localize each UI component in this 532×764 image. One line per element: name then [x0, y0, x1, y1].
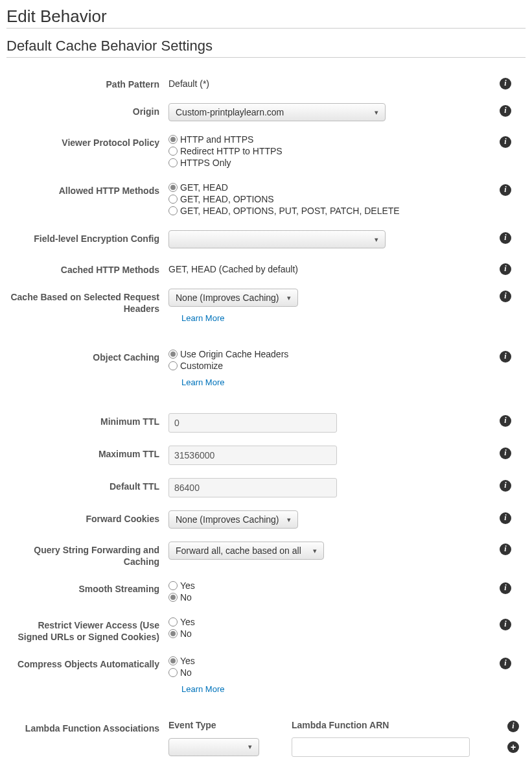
- value-cached-http-methods: GET, HEAD (Cached by default): [168, 261, 493, 274]
- section-title: Default Cache Behavior Settings: [6, 38, 526, 58]
- info-icon[interactable]: i: [500, 448, 511, 459]
- label-cache-based-headers: Cache Based on Selected Request Headers: [6, 289, 168, 315]
- info-icon[interactable]: i: [500, 351, 511, 363]
- radio-label: Yes: [180, 617, 195, 627]
- label-compress: Compress Objects Automatically: [6, 656, 168, 670]
- label-origin: Origin: [6, 103, 168, 117]
- radio-smooth-yes[interactable]: [168, 581, 178, 590]
- origin-select-value: Custom-printplaylearn.com: [176, 107, 284, 117]
- lambda-event-type-header: Event Type: [168, 720, 292, 730]
- radio-object-caching-customize[interactable]: [168, 361, 178, 370]
- lambda-arn-input[interactable]: [292, 737, 470, 757]
- radio-label: Customize: [180, 361, 223, 371]
- info-icon[interactable]: i: [500, 658, 511, 669]
- label-minimum-ttl: Minimum TTL: [6, 413, 168, 427]
- chevron-down-icon: ▾: [287, 294, 291, 302]
- info-icon[interactable]: i: [500, 263, 511, 275]
- value-path-pattern: Default (*): [168, 76, 493, 89]
- label-restrict-viewer-access: Restrict Viewer Access (Use Signed URLs …: [6, 617, 168, 643]
- label-lambda: Lambda Function Associations: [6, 720, 168, 734]
- radio-compress-no[interactable]: [168, 668, 178, 677]
- radio-restrict-no[interactable]: [168, 629, 178, 638]
- radio-vpp-http-https[interactable]: [168, 135, 178, 144]
- query-string-forwarding-value: Forward all, cache based on all: [176, 545, 301, 556]
- radio-methods-all[interactable]: [168, 206, 178, 215]
- info-icon[interactable]: i: [500, 415, 511, 427]
- learn-more-link[interactable]: Learn More: [181, 377, 493, 387]
- cache-based-headers-value: None (Improves Caching): [176, 292, 279, 303]
- radio-vpp-https-only[interactable]: [168, 158, 178, 167]
- radio-label: Yes: [180, 656, 195, 666]
- add-lambda-button[interactable]: +: [507, 741, 519, 753]
- radio-label: GET, HEAD: [180, 182, 228, 193]
- label-object-caching: Object Caching: [6, 349, 168, 363]
- query-string-forwarding-select[interactable]: Forward all, cache based on all ▾: [168, 542, 324, 560]
- radio-restrict-yes[interactable]: [168, 617, 178, 627]
- page-title: Edit Behavior: [6, 6, 526, 29]
- forward-cookies-select[interactable]: None (Improves Caching) ▾: [168, 510, 298, 529]
- radio-label: HTTPS Only: [180, 158, 231, 168]
- info-icon[interactable]: i: [507, 721, 519, 732]
- chevron-down-icon: ▾: [375, 108, 378, 117]
- info-icon[interactable]: i: [500, 105, 511, 117]
- radio-object-caching-origin[interactable]: [168, 350, 178, 359]
- info-icon[interactable]: i: [500, 184, 511, 196]
- label-smooth-streaming: Smooth Streaming: [6, 580, 168, 595]
- info-icon[interactable]: i: [500, 232, 511, 244]
- radio-label: Redirect HTTP to HTTPS: [180, 146, 283, 156]
- info-icon[interactable]: i: [500, 78, 511, 90]
- radio-methods-get-head-options[interactable]: [168, 195, 178, 204]
- info-icon[interactable]: i: [500, 582, 511, 594]
- label-path-pattern: Path Pattern: [6, 76, 168, 90]
- label-cached-http-methods: Cached HTTP Methods: [6, 261, 168, 276]
- origin-select[interactable]: Custom-printplaylearn.com ▾: [168, 103, 386, 121]
- chevron-down-icon: ▾: [287, 516, 291, 524]
- radio-label: GET, HEAD, OPTIONS: [180, 194, 274, 204]
- info-icon[interactable]: i: [500, 291, 511, 302]
- radio-label: Yes: [180, 580, 195, 591]
- label-allowed-http-methods: Allowed HTTP Methods: [6, 182, 168, 197]
- radio-label: No: [180, 592, 192, 603]
- chevron-down-icon: ▾: [248, 743, 252, 751]
- label-viewer-protocol-policy: Viewer Protocol Policy: [6, 134, 168, 149]
- learn-more-link[interactable]: Learn More: [181, 684, 493, 694]
- label-field-level-encryption: Field-level Encryption Config: [6, 230, 168, 245]
- info-icon[interactable]: i: [500, 619, 511, 630]
- info-icon[interactable]: i: [500, 543, 511, 555]
- settings-form: Path Pattern Default (*) i Origin Custom…: [6, 76, 526, 757]
- radio-label: No: [180, 628, 192, 639]
- maximum-ttl-input[interactable]: [168, 446, 337, 465]
- cache-based-headers-select[interactable]: None (Improves Caching) ▾: [168, 289, 298, 307]
- label-forward-cookies: Forward Cookies: [6, 510, 168, 525]
- default-ttl-input[interactable]: [168, 478, 337, 497]
- info-icon[interactable]: i: [500, 136, 511, 148]
- minimum-ttl-input[interactable]: [168, 413, 337, 433]
- radio-label: HTTP and HTTPS: [180, 134, 253, 145]
- label-default-ttl: Default TTL: [6, 478, 168, 492]
- field-level-encryption-select[interactable]: ▾: [168, 230, 386, 248]
- learn-more-link[interactable]: Learn More: [181, 313, 493, 323]
- forward-cookies-value: None (Improves Caching): [176, 514, 279, 525]
- info-icon[interactable]: i: [500, 480, 511, 492]
- radio-label: Use Origin Cache Headers: [180, 349, 288, 359]
- radio-smooth-no[interactable]: [168, 593, 178, 602]
- radio-label: GET, HEAD, OPTIONS, PUT, POST, PATCH, DE…: [180, 206, 400, 216]
- label-query-string-forwarding: Query String Forwarding and Caching: [6, 542, 168, 567]
- radio-vpp-redirect[interactable]: [168, 147, 178, 156]
- label-maximum-ttl: Maximum TTL: [6, 446, 168, 460]
- chevron-down-icon: ▾: [375, 235, 378, 244]
- lambda-arn-header: Lambda Function ARN: [292, 720, 476, 730]
- chevron-down-icon: ▾: [313, 547, 317, 555]
- lambda-event-type-select[interactable]: ▾: [168, 738, 259, 756]
- radio-compress-yes[interactable]: [168, 656, 178, 665]
- info-icon[interactable]: i: [500, 512, 511, 524]
- radio-label: No: [180, 667, 192, 678]
- radio-methods-get-head[interactable]: [168, 183, 178, 192]
